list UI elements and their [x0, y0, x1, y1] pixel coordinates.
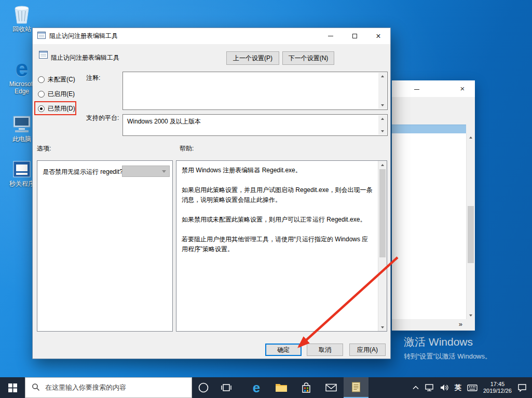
notification-icon: [517, 383, 527, 392]
help-panel: 禁用 Windows 注册表编辑器 Regedit.exe。 如果启用此策略设置…: [176, 160, 387, 332]
minimize-icon: [414, 89, 419, 90]
windows-logo-icon: [8, 383, 17, 392]
scrollbar-thumb[interactable]: [468, 206, 474, 263]
mail-button[interactable]: [319, 377, 344, 398]
policy-setting-icon: [39, 51, 48, 60]
regedit-silent-run-dropdown: [122, 166, 170, 177]
watermark-line2: 转到“设置”以激活 Windows。: [404, 352, 492, 361]
help-label: 帮助:: [180, 144, 194, 153]
network-icon: [425, 383, 434, 392]
gpedit-main-window: × »: [392, 80, 475, 331]
recycle-bin-icon: [13, 3, 30, 24]
supported-on-label: 支持的平台:: [86, 114, 119, 122]
store-button[interactable]: [294, 377, 319, 398]
maximize-button[interactable]: [343, 28, 366, 44]
scroll-up-icon[interactable]: [378, 73, 387, 80]
app-window-icon: [12, 158, 31, 179]
speaker-icon: [440, 383, 449, 392]
bgwin-minimize-button[interactable]: [411, 85, 423, 94]
taskbar: 在这里输入你要搜索的内容 e: [0, 377, 532, 398]
edge-icon: e: [253, 381, 260, 394]
clock[interactable]: 17:45 2019/12/26: [483, 381, 512, 394]
supported-scrollbar[interactable]: [378, 115, 387, 135]
touch-keyboard-button[interactable]: [467, 384, 478, 392]
cortana-icon: [198, 382, 209, 393]
scroll-up-icon[interactable]: [378, 115, 387, 122]
radio-disabled[interactable]: 已禁用(D): [38, 104, 75, 113]
comment-scrollbar[interactable]: [378, 73, 387, 109]
dialog-body: 阻止访问注册表编辑工具 上一个设置(P) 下一个设置(N) 未配置(C) 已启用…: [33, 44, 390, 359]
options-label: 选项:: [37, 144, 51, 153]
store-icon: [301, 382, 311, 393]
desktop: 回收站 e Microsoft Edge 此电脑 秒关程序 激活 Windows…: [0, 0, 532, 398]
help-scrollbar[interactable]: [378, 161, 387, 331]
bgwin-selected-row[interactable]: [392, 125, 466, 133]
bgwin-close-button[interactable]: ×: [456, 84, 469, 93]
desktop-icon-label: 回收站: [12, 25, 31, 33]
ime-indicator[interactable]: 英: [455, 383, 461, 392]
scroll-down-icon[interactable]: [378, 128, 387, 135]
start-button[interactable]: [0, 377, 25, 398]
radio-label: 已禁用(D): [48, 104, 75, 113]
scroll-up-icon[interactable]: [378, 161, 387, 169]
radio-not-configured[interactable]: 未配置(C): [38, 75, 75, 84]
supported-on-value: Windows 2000 及以上版本: [127, 117, 201, 126]
watermark-line1: 激活 Windows: [404, 335, 492, 349]
previous-setting-button[interactable]: 上一个设置(P): [226, 51, 279, 65]
scrollbar-thumb[interactable]: [379, 169, 386, 257]
volume-button[interactable]: [440, 383, 449, 392]
keyboard-icon: [467, 384, 478, 392]
ok-button[interactable]: 确定: [265, 344, 302, 356]
taskbar-edge-button[interactable]: e: [244, 377, 269, 398]
action-center-button[interactable]: [517, 383, 527, 392]
bgwin-list-area: [392, 133, 466, 319]
scroll-down-icon[interactable]: [378, 323, 387, 331]
mail-icon: [325, 383, 337, 392]
maximize-icon: [352, 34, 357, 38]
comment-label: 注释:: [86, 74, 100, 83]
search-placeholder-text: 在这里输入你要搜索的内容: [45, 383, 126, 392]
network-button[interactable]: [425, 383, 434, 392]
window-controls: ×: [319, 28, 390, 44]
bgwin-expand-chevron[interactable]: »: [459, 320, 462, 328]
comment-textarea[interactable]: [122, 72, 388, 110]
chevron-up-icon: [413, 386, 419, 390]
bgwin-scrollbar[interactable]: [466, 133, 475, 319]
scroll-down-icon[interactable]: [378, 102, 387, 109]
system-tray: 英 17:45 2019/12/26: [413, 381, 532, 394]
close-button[interactable]: ×: [366, 28, 390, 44]
dialog-title: 阻止访问注册表编辑工具: [49, 32, 118, 40]
radio-circle-icon: [38, 105, 45, 112]
scroll-down-icon[interactable]: [467, 311, 475, 319]
apply-button[interactable]: 应用(A): [349, 344, 386, 356]
minimize-icon: [328, 36, 333, 36]
radio-enabled[interactable]: 已启用(E): [38, 89, 75, 99]
supported-on-box: Windows 2000 及以上版本: [122, 114, 388, 136]
tray-expand-button[interactable]: [413, 386, 419, 390]
cortana-button[interactable]: [192, 377, 215, 398]
this-pc-icon: [11, 113, 32, 134]
scroll-up-icon[interactable]: [467, 133, 475, 141]
next-setting-button[interactable]: 下一个设置(N): [282, 51, 334, 65]
activate-windows-watermark: 激活 Windows 转到“设置”以激活 Windows。: [404, 335, 492, 361]
edge-icon: e: [16, 58, 28, 79]
policy-setting-dialog: 阻止访问注册表编辑工具 × 阻止访问注册表编辑工具 上一个设置(P) 下一个设置…: [32, 28, 391, 359]
folder-icon: [275, 382, 288, 393]
policy-setting-name: 阻止访问注册表编辑工具: [51, 53, 119, 62]
taskbar-search-box[interactable]: 在这里输入你要搜索的内容: [25, 377, 192, 398]
option-question: 是否禁用无提示运行 regedit?: [43, 168, 123, 176]
cancel-button[interactable]: 取消: [307, 344, 343, 356]
task-view-button[interactable]: [215, 377, 238, 398]
policy-document-icon: [350, 381, 362, 393]
radio-circle-icon: [38, 76, 45, 83]
desktop-icon-label: 秒关程序: [9, 180, 34, 187]
bgwin-titlebar: ×: [392, 80, 475, 97]
radio-circle-icon: [38, 91, 45, 98]
radio-label: 已启用(E): [48, 90, 75, 99]
dialog-titlebar: 阻止访问注册表编辑工具 ×: [33, 28, 390, 44]
minimize-button[interactable]: [319, 28, 343, 44]
file-explorer-button[interactable]: [269, 377, 294, 398]
gpedit-taskbar-button[interactable]: [344, 377, 369, 398]
help-text: 禁用 Windows 注册表编辑器 Regedit.exe。 如果启用此策略设置…: [176, 161, 378, 331]
chevron-down-icon: [162, 170, 166, 173]
